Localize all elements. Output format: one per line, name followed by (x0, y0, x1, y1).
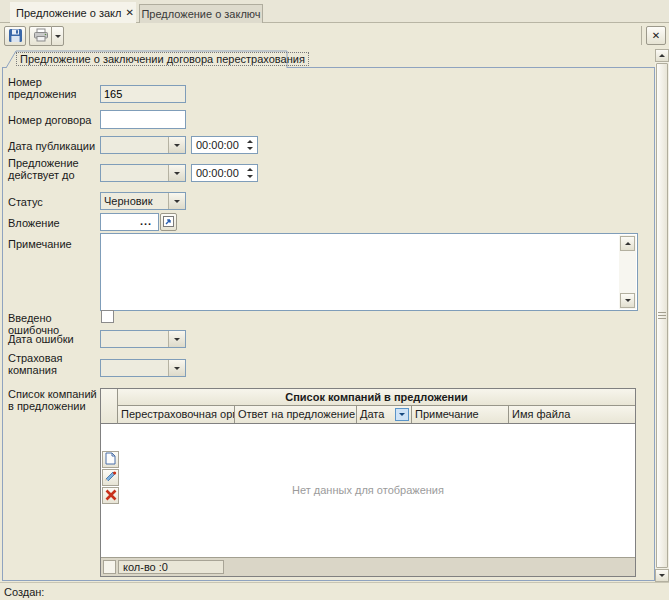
publication-date-combobox[interactable] (100, 136, 186, 154)
error-date-label: Дата ошибки (8, 333, 98, 345)
tab-label: Предложение о заключ (141, 8, 260, 20)
form-tab[interactable]: Предложение о заключении договора перест… (16, 52, 309, 66)
contract-number-label: Номер договора (8, 114, 98, 126)
grid-footer-indicator (103, 560, 116, 574)
note-label: Примечание (8, 238, 98, 250)
tab-close-icon[interactable]: ✕ (125, 7, 133, 18)
note-textarea[interactable] (102, 235, 620, 309)
grid-body: Нет данных для отображения (101, 424, 635, 557)
scrollbar-thumb[interactable] (656, 63, 668, 568)
grid-row-count: кол-во :0 (118, 560, 224, 574)
tab-label: Предложение о закл (16, 7, 121, 19)
scroll-up-icon[interactable] (620, 236, 635, 251)
insurance-company-combobox[interactable] (100, 359, 186, 377)
column-header-note[interactable]: Примечание (412, 406, 509, 423)
column-header-reinsurer[interactable]: Перестраховочная орган (118, 406, 235, 423)
column-header-response[interactable]: Ответ на предложение (235, 406, 357, 423)
companies-grid: Список компаний в предложении Перестрахо… (100, 388, 636, 577)
grid-empty-message: Нет данных для отображения (101, 484, 635, 496)
status-combobox[interactable]: Черновик (100, 192, 186, 210)
chevron-down-icon[interactable] (168, 360, 185, 376)
save-button[interactable] (4, 26, 26, 46)
grid-footer: кол-во :0 (101, 557, 635, 576)
note-textarea-frame (100, 233, 638, 311)
scrollbar-grip (658, 312, 666, 320)
printer-icon (33, 28, 49, 44)
grid-column-headers: Перестраховочная орган Ответ на предложе… (118, 406, 635, 424)
add-row-button[interactable] (102, 451, 119, 468)
column-header-date[interactable]: Дата (357, 406, 412, 423)
entered-erroneously-checkbox[interactable] (101, 310, 114, 323)
publication-time-spinner[interactable]: 00:00:00 (191, 136, 258, 154)
attachment-label: Вложение (8, 217, 98, 229)
valid-until-combobox[interactable] (100, 164, 186, 182)
attachment-browse-button[interactable]: ... (137, 215, 155, 229)
save-icon (8, 28, 23, 45)
chevron-down-icon[interactable] (168, 193, 185, 209)
toolbar-separator (641, 26, 642, 45)
grid-indicator-column (101, 389, 118, 424)
tab-proposal-inactive[interactable]: Предложение о заключ (139, 4, 263, 23)
spinner-arrows-icon[interactable] (247, 137, 253, 153)
spinner-arrows-icon[interactable] (247, 165, 253, 181)
chevron-down-icon[interactable] (168, 165, 185, 181)
vertical-scrollbar[interactable] (655, 49, 669, 582)
valid-until-time-spinner[interactable]: 00:00:00 (191, 164, 258, 182)
scroll-down-icon[interactable] (620, 293, 635, 308)
tab-proposal-active[interactable]: Предложение о закл ✕ (10, 2, 136, 23)
document-tab-strip: Предложение о закл ✕ Предложение о заклю… (0, 0, 669, 23)
application-window: Предложение о закл ✕ Предложение о заклю… (0, 0, 669, 600)
error-date-combobox[interactable] (100, 330, 186, 348)
close-view-button[interactable]: ✕ (646, 26, 666, 45)
column-header-filename[interactable]: Имя файла (509, 406, 635, 423)
insurance-company-label: Страховая компания (8, 352, 98, 376)
scroll-up-icon[interactable] (655, 49, 669, 62)
chevron-down-icon (55, 35, 61, 38)
companies-list-label: Список компаний в предложении (8, 388, 98, 412)
valid-until-label: Предложение действует до (8, 157, 98, 181)
print-button[interactable] (29, 26, 51, 46)
date-filter-button[interactable] (395, 408, 409, 421)
contract-number-field[interactable] (100, 110, 186, 129)
chevron-down-icon[interactable] (168, 331, 185, 347)
new-document-icon (105, 452, 116, 467)
scroll-down-icon[interactable] (655, 569, 669, 582)
note-scrollbar[interactable] (619, 235, 636, 309)
close-icon: ✕ (652, 30, 660, 41)
proposal-number-label: Номер предложения (8, 76, 98, 100)
status-label: Статус (8, 196, 98, 208)
print-options-dropdown[interactable] (51, 26, 64, 46)
arrow-up-right-icon (163, 216, 174, 229)
publication-date-label: Дата публикации (8, 140, 98, 152)
status-bar: Создан: (0, 582, 669, 600)
pencil-icon (104, 470, 117, 485)
proposal-number-field[interactable] (100, 85, 186, 103)
attachment-open-button[interactable] (160, 213, 177, 231)
status-created-text: Создан: (4, 586, 44, 598)
chevron-down-icon[interactable] (168, 137, 185, 153)
time-value: 00:00:00 (196, 139, 239, 151)
combobox-value: Черновик (104, 195, 167, 207)
grid-group-header: Список компаний в предложении (118, 389, 635, 406)
time-value: 00:00:00 (196, 167, 239, 179)
